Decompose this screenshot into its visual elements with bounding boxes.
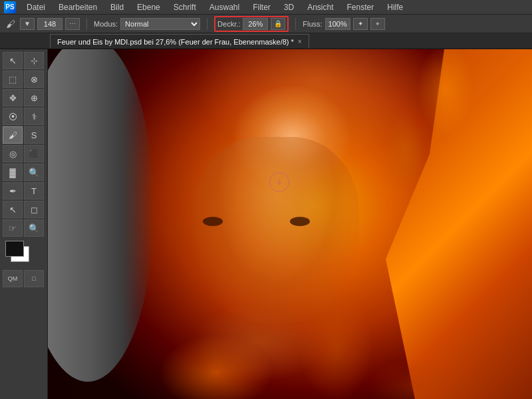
tab-title: Feuer und Eis by MDI.psd bei 27,6% (Feue… [57, 38, 294, 46]
history-tool[interactable]: ◎ [3, 145, 23, 162]
shape-tool[interactable]: ◻ [24, 201, 44, 218]
toolbar: 🖌 ▼ ⋯ Modus: Normal Multiplizieren Abwed… [0, 15, 532, 33]
eraser-tool[interactable]: ⬛ [24, 145, 44, 162]
fluss-input[interactable] [325, 18, 350, 30]
tool-row-1: ↖ ⊹ [3, 52, 45, 69]
select-tool[interactable]: ↖ [3, 201, 23, 218]
zoom-tool[interactable]: 🔍 [24, 219, 44, 237]
smoothing-btn[interactable]: ⌖ [370, 18, 385, 30]
tool-row-2: ⬚ ⊗ [3, 70, 45, 88]
crop-tool[interactable]: ⊕ [24, 89, 44, 106]
menu-hilfe[interactable]: Hilfe [384, 1, 406, 13]
foreground-color-swatch[interactable] [5, 241, 24, 257]
tool-row-6: ◎ ⬛ [3, 145, 45, 162]
menu-ebene[interactable]: Ebene [134, 1, 163, 13]
sep-1 [86, 18, 87, 30]
tab-close-btn[interactable]: × [298, 38, 302, 45]
brush-option-btn[interactable]: ⋯ [65, 18, 80, 30]
airbrush-btn[interactable]: ✦ [353, 18, 368, 30]
menu-bar: PS Datei Bearbeiten Bild Ebene Schrift A… [0, 0, 532, 15]
brush-icon: 🖌 [4, 17, 17, 31]
deckr-input[interactable] [243, 18, 268, 30]
magic-wand-tool[interactable]: ✥ [3, 89, 23, 106]
move-tool[interactable]: ↖ [3, 52, 23, 69]
mode-select[interactable]: Normal Multiplizieren Abwedeln [120, 18, 200, 30]
gradient-tool[interactable]: ▓ [3, 164, 23, 181]
rect-select-tool[interactable]: ⬚ [3, 70, 23, 88]
heal-tool[interactable]: ⚕ [24, 108, 44, 125]
menu-bild[interactable]: Bild [108, 1, 126, 13]
fluss-label: Fluss: [303, 20, 322, 28]
mode-label: Modus: [94, 20, 118, 28]
app-icon: PS [4, 1, 16, 13]
eyedropper-tool[interactable]: ⦿ [3, 108, 23, 125]
brush-size-input[interactable] [37, 18, 63, 30]
opacity-highlight-box: Deckr.: 🔒 [214, 16, 289, 32]
tab-bar: Feuer und Eis by MDI.psd bei 27,6% (Feue… [0, 33, 532, 49]
brush-tool-section: 🖌 ▼ ⋯ [4, 17, 80, 31]
menu-3d[interactable]: 3D [281, 1, 297, 13]
brush-tool[interactable]: 🖌 [3, 126, 23, 144]
screen-mode-btn[interactable]: □ [24, 270, 44, 287]
type-tool[interactable]: T [24, 182, 44, 200]
menu-fenster[interactable]: Fenster [344, 1, 377, 13]
menu-ansicht[interactable]: Ansicht [305, 1, 336, 13]
canvas-background [48, 49, 532, 399]
menu-schrift[interactable]: Schrift [171, 1, 199, 13]
tool-row-9: ↖ ◻ [3, 201, 45, 218]
document-tab[interactable]: Feuer und Eis by MDI.psd bei 27,6% (Feue… [50, 34, 309, 49]
dodge-tool[interactable]: 🔍 [24, 164, 44, 181]
tool-row-10: ☞ 🔍 [3, 219, 45, 237]
tool-row-4: ⦿ ⚕ [3, 108, 45, 125]
stamp-tool[interactable]: S [24, 126, 44, 144]
menu-datei[interactable]: Datei [24, 1, 48, 13]
menu-bearbeiten[interactable]: Bearbeiten [56, 1, 100, 13]
sep-3 [295, 18, 296, 30]
deckr-label: Deckr.: [217, 20, 240, 28]
quick-mask-btn[interactable]: QM [3, 270, 23, 287]
artboard-tool[interactable]: ⊹ [24, 52, 44, 69]
sep-2 [207, 18, 207, 30]
menu-filter[interactable]: Filter [250, 1, 273, 13]
toolbox: ↖ ⊹ ⬚ ⊗ ✥ ⊕ ⦿ ⚕ 🖌 S ◎ ⬛ ▓ 🔍 ✒ T [0, 49, 48, 399]
canvas-area[interactable] [48, 49, 532, 399]
lasso-tool[interactable]: ⊗ [24, 70, 44, 88]
deckr-lock-btn[interactable]: 🔒 [271, 18, 285, 30]
color-swatch-area[interactable] [5, 241, 35, 266]
tool-row-5: 🖌 S [3, 126, 45, 144]
fluss-section: Fluss: ✦ ⌖ [303, 18, 384, 30]
main-area: ↖ ⊹ ⬚ ⊗ ✥ ⊕ ⦿ ⚕ 🖌 S ◎ ⬛ ▓ 🔍 ✒ T [0, 49, 532, 399]
pen-tool[interactable]: ✒ [3, 182, 23, 200]
dark-overlay [48, 49, 241, 399]
menu-auswahl[interactable]: Auswahl [207, 1, 242, 13]
tool-row-8: ✒ T [3, 182, 45, 200]
mode-row: QM □ [3, 270, 45, 287]
mode-section: Modus: Normal Multiplizieren Abwedeln [94, 18, 200, 30]
app-icon-text: PS [5, 3, 14, 11]
tool-row-7: ▓ 🔍 [3, 164, 45, 181]
hand-tool[interactable]: ☞ [3, 219, 23, 237]
tool-row-3: ✥ ⊕ [3, 89, 45, 106]
brush-size-picker[interactable]: ▼ [20, 18, 35, 30]
